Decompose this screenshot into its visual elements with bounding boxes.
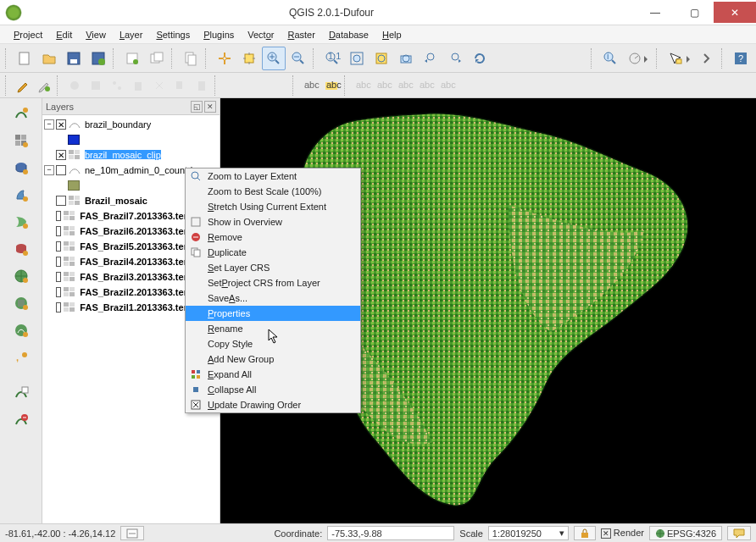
layer-checkbox[interactable]: ✕ (56, 119, 66, 130)
scale-lock-button[interactable] (574, 526, 596, 540)
add-spatialite-button[interactable] (9, 183, 33, 207)
svg-point-6 (133, 59, 138, 64)
layer-checkbox[interactable] (56, 211, 61, 221)
svg-rect-90 (64, 257, 69, 261)
add-oracle-button[interactable] (9, 237, 33, 261)
panel-close-button[interactable]: ✕ (204, 101, 216, 113)
scale-input[interactable]: 1:28019250▾ (488, 526, 569, 540)
minimize-button[interactable]: — (636, 2, 675, 23)
menu-database[interactable]: Database (322, 28, 375, 41)
open-project-button[interactable] (37, 47, 61, 70)
ctx-zoom-to-layer[interactable]: Zoom to Layer Extent (186, 169, 360, 184)
close-button[interactable]: ✕ (714, 2, 756, 23)
vector-layer-icon (69, 119, 82, 130)
ctx-set-project-crs[interactable]: Set Project CRS from Layer (186, 275, 360, 290)
coord-input[interactable]: -75.33,-9.88 (327, 526, 454, 540)
ctx-add-group[interactable]: Add New Group (186, 351, 360, 367)
zoom-last-button[interactable] (419, 47, 442, 70)
svg-rect-36 (135, 82, 142, 91)
layer-checkbox[interactable]: ✕ (56, 150, 66, 160)
save-as-button[interactable] (86, 47, 110, 70)
menu-help[interactable]: Help (375, 28, 409, 41)
help-button[interactable]: ? (729, 47, 753, 70)
select-button[interactable] (664, 47, 694, 70)
ctx-properties[interactable]: Properties (186, 306, 360, 321)
add-wfs-button[interactable] (9, 318, 33, 342)
add-wcs-button[interactable] (9, 291, 33, 315)
layer-checkbox[interactable] (56, 287, 61, 297)
print-composer-button[interactable] (120, 47, 144, 70)
layer-checkbox[interactable] (56, 272, 61, 282)
layer-row[interactable]: − ✕ brazil_boundary (44, 117, 218, 132)
ctx-expand-all[interactable]: Expand All (186, 367, 360, 382)
menu-view[interactable]: View (79, 28, 113, 41)
menu-plugins[interactable]: Plugins (197, 28, 241, 41)
add-mssql-button[interactable] (9, 210, 33, 234)
status-toggle-button[interactable] (120, 526, 144, 540)
zoom-out-button[interactable] (286, 47, 310, 70)
measure-button[interactable] (623, 47, 653, 70)
svg-point-18 (353, 55, 360, 62)
ctx-stretch[interactable]: Stretch Using Current Extent (186, 199, 360, 214)
add-wms-button[interactable] (9, 264, 33, 288)
menu-raster[interactable]: Raster (281, 28, 321, 41)
composer-manager-button[interactable] (145, 47, 169, 70)
menu-project[interactable]: Project (7, 28, 49, 41)
svg-rect-98 (64, 287, 69, 291)
layer-checkbox[interactable] (56, 165, 66, 175)
render-checkbox[interactable]: ✕Render (601, 528, 644, 539)
menu-vector[interactable]: Vector (241, 28, 281, 41)
refresh-button[interactable] (468, 47, 492, 70)
add-raster-button[interactable] (9, 129, 33, 152)
save-edits-button[interactable] (34, 75, 54, 96)
layer-checkbox[interactable] (56, 226, 61, 236)
new-shapefile-button[interactable] (9, 381, 33, 405)
zoom-next-button[interactable] (443, 47, 467, 70)
layer-checkbox[interactable] (56, 302, 61, 312)
paste-button (192, 75, 212, 96)
ctx-remove[interactable]: Remove (186, 230, 360, 245)
zoom-native-button[interactable]: 1:1 (320, 47, 344, 70)
toggle-edit-button[interactable] (13, 75, 33, 96)
ctx-set-layer-crs[interactable]: Set Layer CRS (186, 260, 360, 275)
maximize-button[interactable]: ▢ (675, 2, 714, 23)
zoom-to-selection-button[interactable] (370, 47, 393, 70)
identify-button[interactable]: i (598, 47, 622, 70)
ctx-duplicate[interactable]: Duplicate (186, 245, 360, 260)
layer-checkbox[interactable] (56, 257, 61, 267)
svg-text:abc: abc (304, 80, 320, 90)
ctx-update-order[interactable]: Update Drawing Order (186, 397, 360, 412)
menu-layer[interactable]: Layer (113, 28, 150, 41)
ctx-save-as[interactable]: Save As... (186, 290, 360, 306)
menu-settings[interactable]: Settings (149, 28, 197, 41)
new-project-button[interactable] (13, 47, 36, 70)
add-postgis-button[interactable] (9, 156, 33, 180)
chevron-right-icon[interactable] (695, 47, 719, 70)
ctx-zoom-best-scale[interactable]: Zoom to Best Scale (100%) (186, 184, 360, 199)
remove-layer-button[interactable] (9, 408, 33, 432)
label-abc-button[interactable]: abc (300, 75, 320, 96)
zoom-in-button[interactable] (262, 47, 286, 70)
save-project-button[interactable] (62, 47, 86, 70)
pan-button[interactable] (213, 47, 236, 70)
zoom-to-layer-button[interactable] (394, 47, 418, 70)
layer-row[interactable]: ✕ brazil_mosaic_clip (44, 147, 218, 163)
zoom-full-button[interactable] (345, 47, 369, 70)
copy-button[interactable] (179, 47, 203, 70)
edit-toolbar: abc abc abc abc abc abc abc (0, 73, 756, 98)
collapse-icon[interactable]: − (44, 119, 54, 130)
messages-button[interactable] (727, 526, 751, 540)
collapse-icon[interactable]: − (44, 165, 54, 175)
add-vector-button[interactable] (9, 102, 33, 125)
layer-checkbox[interactable] (56, 196, 66, 206)
ctx-show-overview[interactable]: Show in Overview (186, 214, 360, 230)
label-highlight-button[interactable]: abc (321, 75, 342, 96)
svg-rect-93 (69, 262, 75, 266)
layer-checkbox[interactable] (56, 241, 61, 252)
panel-undock-button[interactable]: ◱ (191, 101, 203, 113)
pan-to-selection-button[interactable] (237, 47, 261, 70)
ctx-collapse-all[interactable]: Collapse All (186, 382, 360, 397)
crs-button[interactable]: EPSG:4326 (649, 526, 722, 540)
menu-edit[interactable]: Edit (49, 28, 79, 41)
add-delimited-button[interactable]: , (9, 346, 33, 369)
